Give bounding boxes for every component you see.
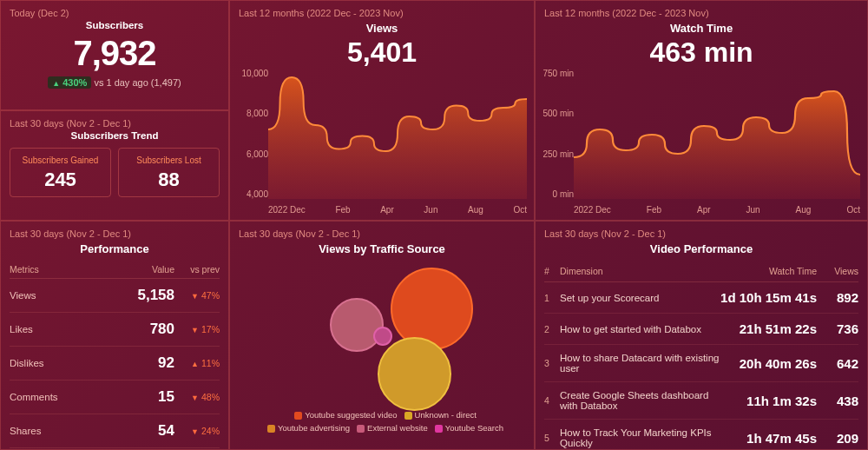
table-row[interactable]: 5How to Track Your Marketing KPIs Quickl… — [544, 420, 858, 451]
range-label: Last 12 months (2022 Dec - 2023 Nov) — [239, 8, 525, 18]
panel-title: Performance — [10, 242, 220, 255]
panel-title: Subscribers Trend — [10, 130, 220, 141]
table-row[interactable]: 1Set up your Scorecard1d 10h 15m 41s892 — [544, 282, 858, 314]
x-axis-ticks: 2022 DecFebAprJunAugOct — [268, 205, 527, 215]
range-label: Last 30 days (Nov 2 - Dec 1) — [10, 118, 220, 129]
bubble-external-website[interactable] — [373, 327, 392, 346]
metric-delta: 48% — [174, 381, 220, 414]
metric-value: 92 — [93, 347, 174, 381]
panel-title: Watch Time — [544, 22, 858, 35]
metric-value: 54 — [93, 414, 174, 448]
panel-subscribers: Today (Dec 2) Subscribers 7,932 430% vs … — [0, 0, 229, 110]
col-idx: # — [544, 261, 560, 282]
range-label: Today (Dec 2) — [10, 8, 220, 18]
range-label: Last 30 days (Nov 2 - Dec 1) — [239, 228, 525, 239]
trend-lost-box[interactable]: Subscribers Lost 88 — [118, 148, 220, 197]
row-index: 1 — [544, 282, 560, 314]
trend-gained-box[interactable]: Subscribers Gained 245 — [10, 148, 111, 197]
bubble-unknown---direct[interactable] — [378, 337, 451, 411]
table-row[interactable]: Comments1548% — [10, 381, 220, 414]
trend-lost-label: Subscribers Lost — [124, 156, 214, 165]
metric-value: 5,158 — [93, 279, 174, 313]
metric-name: Shares — [10, 414, 93, 448]
video-watchtime: 11h 1m 32s — [720, 382, 817, 420]
trend-lost-value: 88 — [124, 169, 214, 191]
metric-name: Likes — [10, 313, 93, 347]
metric-name: Views — [10, 279, 93, 313]
metric-delta: 47% — [174, 279, 220, 313]
video-dimension: How to share Datacard with existing user — [560, 345, 720, 382]
panel-watchtime-chart: Last 12 months (2022 Dec - 2023 Nov) Wat… — [535, 0, 868, 221]
metric-delta: 11% — [174, 347, 220, 381]
col-metrics: Metrics — [10, 261, 93, 279]
panel-subscribers-trend: Last 30 days (Nov 2 - Dec 1) Subscribers… — [0, 110, 229, 221]
views-total: 5,401 — [239, 38, 525, 66]
video-watchtime: 20h 40m 26s — [720, 345, 817, 382]
video-performance-table: # Dimension Watch Time Views 1Set up you… — [544, 261, 858, 450]
y-axis-ticks: 750 min500 min250 min0 min — [539, 69, 574, 199]
watchtime-total: 463 min — [544, 38, 858, 66]
metric-delta: 17% — [174, 313, 220, 347]
trend-gained-label: Subscribers Gained — [16, 156, 105, 165]
panel-traffic-source: Last 30 days (Nov 2 - Dec 1) Views by Tr… — [229, 221, 535, 450]
row-index: 4 — [544, 382, 560, 420]
col-dimension: Dimension — [560, 261, 720, 282]
panel-video-performance: Last 30 days (Nov 2 - Dec 1) Video Perfo… — [535, 221, 868, 450]
watch-chart-area[interactable] — [574, 69, 860, 199]
metric-value: 780 — [93, 313, 174, 347]
video-views: 209 — [817, 420, 858, 451]
video-dimension: Create Google Sheets dashboard with Data… — [560, 382, 720, 420]
y-axis-ticks: 10,0008,0006,0004,000 — [233, 69, 268, 199]
col-views: Views — [817, 261, 858, 282]
dashboard-grid: Today (Dec 2) Subscribers 7,932 430% vs … — [0, 0, 868, 450]
table-row[interactable]: Views5,15847% — [10, 279, 220, 313]
col-value: Value — [93, 261, 174, 279]
video-views: 736 — [817, 314, 858, 345]
video-watchtime: 1d 10h 15m 41s — [720, 282, 817, 314]
video-dimension: How to Track Your Marketing KPIs Quickly — [560, 420, 720, 451]
delta-ref: vs 1 day ago (1,497) — [94, 77, 181, 88]
range-label: Last 30 days (Nov 2 - Dec 1) — [10, 228, 220, 239]
table-row[interactable]: 4Create Google Sheets dashboard with Dat… — [544, 382, 858, 420]
metric-name: Comments — [10, 381, 93, 414]
metric-value: 15 — [93, 381, 174, 414]
views-chart-area[interactable] — [268, 69, 527, 199]
bubble-chart[interactable] — [239, 259, 525, 407]
col-vsprev: vs prev — [174, 261, 220, 279]
video-watchtime: 21h 51m 22s — [720, 314, 817, 345]
metric-name: Dislikes — [10, 347, 93, 381]
x-axis-ticks: 2022 DecFebAprJunAugOct — [574, 205, 860, 215]
row-index: 2 — [544, 314, 560, 345]
video-dimension: How to get started with Databox — [560, 314, 720, 345]
bubble-youtube-advertising[interactable] — [330, 298, 384, 352]
traffic-legend: Youtube suggested videoUnknown - directY… — [239, 408, 525, 434]
video-views: 892 — [817, 282, 858, 314]
video-views: 438 — [817, 382, 858, 420]
trend-gained-value: 245 — [16, 169, 105, 191]
video-dimension: Set up your Scorecard — [560, 282, 720, 314]
table-row[interactable]: 3How to share Datacard with existing use… — [544, 345, 858, 382]
panel-performance: Last 30 days (Nov 2 - Dec 1) Performance… — [0, 221, 229, 450]
table-row[interactable]: Likes78017% — [10, 313, 220, 347]
performance-table: Metrics Value vs prev Views5,15847%Likes… — [10, 261, 220, 450]
table-row[interactable]: Shares5424% — [10, 414, 220, 448]
delta-row: 430% vs 1 day ago (1,497) — [10, 77, 220, 88]
video-views: 642 — [817, 345, 858, 382]
video-watchtime: 1h 47m 45s — [720, 420, 817, 451]
panel-title: Views by Traffic Source — [239, 242, 525, 255]
table-row[interactable]: 2How to get started with Databox21h 51m … — [544, 314, 858, 345]
subscribers-value: 7,932 — [10, 36, 220, 70]
col-watchtime: Watch Time — [720, 261, 817, 282]
metric-delta: 24% — [174, 414, 220, 448]
row-index: 3 — [544, 345, 560, 382]
bubble-youtube-suggested-video[interactable] — [391, 268, 473, 350]
watch-area-svg — [574, 69, 860, 199]
delta-pct: 430% — [48, 76, 91, 89]
table-row[interactable]: Dislikes9211% — [10, 347, 220, 381]
panel-views-chart: Last 12 months (2022 Dec - 2023 Nov) Vie… — [229, 0, 535, 221]
panel-title: Views — [239, 22, 525, 35]
panel-title: Video Performance — [544, 242, 858, 255]
panel-title: Subscribers — [10, 20, 220, 30]
range-label: Last 30 days (Nov 2 - Dec 1) — [544, 228, 858, 239]
views-area-svg — [268, 69, 527, 199]
